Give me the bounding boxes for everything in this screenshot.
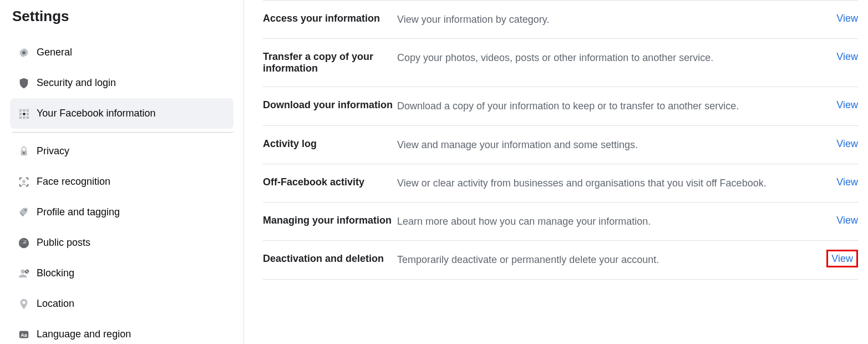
sidebar-divider	[12, 132, 234, 133]
row-title: Activity log	[263, 138, 397, 150]
sidebar-item-label: Face recognition	[37, 176, 110, 188]
svg-rect-8	[19, 116, 22, 119]
view-link-activity-log[interactable]: View	[836, 138, 858, 149]
location-icon	[11, 298, 37, 310]
sidebar-item-label: Language and region	[37, 328, 131, 340]
sidebar-item-language[interactable]: Aa Language and region	[10, 319, 234, 344]
view-link-off-facebook[interactable]: View	[836, 176, 858, 188]
blocking-icon	[11, 267, 37, 280]
main-content: Access your information View your inform…	[244, 0, 868, 344]
row-title: Access your information	[263, 13, 397, 24]
sidebar-item-location[interactable]: Location	[10, 289, 234, 319]
view-link-transfer-copy[interactable]: View	[836, 51, 858, 62]
row-desc: View and manage your information and som…	[397, 138, 836, 151]
row-desc: Download a copy of your information to k…	[397, 99, 836, 113]
sidebar-item-blocking[interactable]: Blocking	[10, 258, 234, 289]
settings-sidebar: Settings General Security and login	[0, 0, 244, 344]
row-title: Download your information	[263, 99, 397, 111]
row-transfer-copy: Transfer a copy of your information Copy…	[263, 39, 858, 87]
row-deactivation-deletion: Deactivation and deletion Temporarily de…	[263, 241, 858, 279]
globe-icon	[11, 237, 37, 249]
view-link-access-info[interactable]: View	[836, 13, 858, 24]
language-icon: Aa	[11, 328, 37, 341]
row-title: Off-Facebook activity	[263, 176, 397, 188]
row-access-info: Access your information View your inform…	[263, 0, 858, 39]
view-link-managing-info[interactable]: View	[836, 215, 858, 226]
svg-rect-9	[23, 116, 26, 119]
row-desc: Learn more about how you can manage your…	[397, 215, 836, 228]
face-icon	[11, 176, 37, 188]
row-title: Transfer a copy of your information	[263, 51, 397, 74]
svg-rect-4	[27, 109, 29, 112]
sidebar-item-label: Location	[37, 298, 74, 310]
row-title: Deactivation and deletion	[263, 253, 397, 265]
sidebar-item-label: Your Facebook information	[37, 108, 155, 119]
svg-rect-2	[19, 109, 22, 112]
tag-icon	[11, 206, 37, 219]
sidebar-item-label: Profile and tagging	[37, 206, 120, 218]
sidebar-title: Settings	[10, 8, 243, 25]
svg-rect-5	[19, 113, 22, 115]
svg-rect-3	[23, 109, 26, 112]
sidebar-item-privacy[interactable]: Privacy	[10, 136, 234, 166]
view-link-download-info[interactable]: View	[836, 99, 858, 110]
row-download-info: Download your information Download a cop…	[263, 87, 858, 125]
lock-icon	[11, 145, 37, 158]
grid-icon	[11, 108, 37, 120]
svg-point-1	[22, 51, 26, 54]
svg-point-7	[23, 113, 26, 115]
sidebar-item-general[interactable]: General	[10, 37, 234, 68]
sidebar-item-security[interactable]: Security and login	[10, 68, 234, 98]
row-managing-info: Managing your information Learn more abo…	[263, 203, 858, 241]
sidebar-item-label: Security and login	[37, 77, 116, 89]
sidebar-item-label: Privacy	[37, 145, 69, 157]
row-desc: Temporarily deactivate or permanently de…	[397, 253, 826, 266]
svg-rect-6	[27, 113, 29, 115]
svg-point-13	[22, 180, 26, 183]
svg-point-12	[23, 151, 25, 154]
row-off-facebook: Off-Facebook activity View or clear acti…	[263, 164, 858, 203]
sidebar-item-label: General	[37, 47, 72, 58]
row-desc: View your information by category.	[397, 13, 836, 26]
sidebar-item-profile-tagging[interactable]: Profile and tagging	[10, 197, 234, 227]
row-desc: Copy your photos, videos, posts or other…	[397, 51, 836, 64]
gear-icon	[11, 47, 37, 59]
svg-point-14	[24, 209, 26, 211]
svg-point-16	[21, 269, 25, 273]
sidebar-items: General Security and login Your F	[10, 37, 243, 344]
sidebar-item-facebook-info[interactable]: Your Facebook information	[10, 98, 234, 129]
row-desc: View or clear activity from businesses a…	[397, 176, 836, 190]
svg-rect-10	[27, 116, 29, 119]
view-link-deactivation-deletion[interactable]: View	[826, 250, 858, 267]
svg-point-18	[22, 301, 26, 304]
sidebar-item-label: Blocking	[37, 267, 74, 279]
row-title: Managing your information	[263, 215, 397, 226]
shield-icon	[11, 77, 37, 89]
row-activity-log: Activity log View and manage your inform…	[263, 126, 858, 164]
sidebar-item-public-posts[interactable]: Public posts	[10, 227, 234, 258]
sidebar-item-label: Public posts	[37, 237, 90, 249]
sidebar-item-face-recognition[interactable]: Face recognition	[10, 166, 234, 197]
svg-text:Aa: Aa	[21, 332, 28, 337]
